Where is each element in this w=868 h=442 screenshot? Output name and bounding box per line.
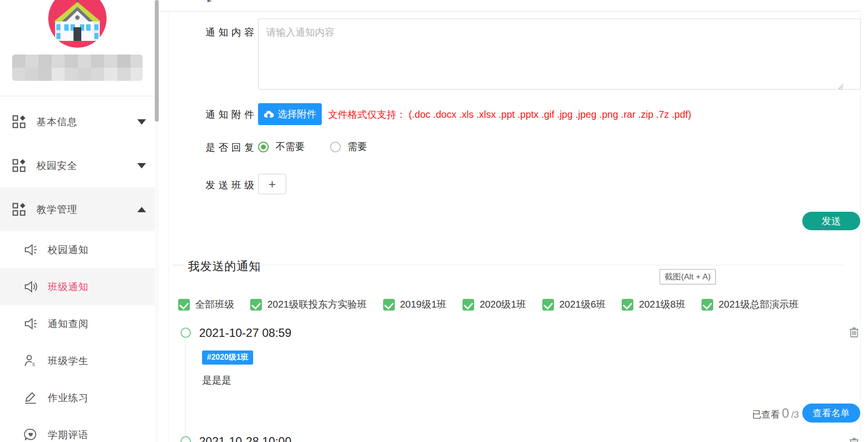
radio-no-reply[interactable] <box>258 142 269 152</box>
sidebar: 基本信息 校园安全 教学管理 <box>0 0 155 442</box>
menu-grid-icon <box>12 114 26 129</box>
checkbox-checked-icon[interactable] <box>542 299 554 311</box>
chevron-down-icon <box>137 119 146 125</box>
sent-section-title: 我发送的通知 <box>188 258 261 274</box>
screenshot-tooltip: 截图(Alt + A) <box>660 269 716 284</box>
filter-class[interactable]: 2021级总部演示班 <box>702 298 799 311</box>
sidebar-item-basic-info[interactable]: 基本信息 <box>0 100 155 144</box>
reply-options: 不需要 需要 <box>258 140 386 153</box>
megaphone-icon <box>23 316 38 331</box>
page: 基本信息 校园安全 教学管理 <box>0 0 868 442</box>
class-filters: 全部班级 2021级联投东方实验班 2019级1班 2020级1班 2021级6… <box>178 298 799 311</box>
sidebar-item-label: 班级通知 <box>48 280 89 294</box>
viewed-status: 已查看 0 /3 <box>694 406 799 421</box>
school-logo <box>48 0 107 48</box>
student-icon: s <box>23 353 38 368</box>
pencil-icon <box>23 390 38 405</box>
trash-icon <box>848 437 860 442</box>
notification-date: 2021-10-27 08:59 <box>199 326 292 340</box>
checkbox-checked-icon[interactable] <box>462 299 474 311</box>
notice-attachment-label: 通知附件 <box>205 108 254 121</box>
school-building-icon <box>48 0 107 48</box>
main-content: 通知内容 通知附件 选择附件 文件格式仅支持： (.doc .docx .xls… <box>159 0 868 442</box>
card-left-border <box>168 12 168 442</box>
filter-class[interactable]: 2021级6班 <box>542 298 606 311</box>
scrollbar-thumb[interactable] <box>155 0 159 122</box>
sidebar-item-label: 校园通知 <box>48 243 89 257</box>
sidebar-item-label: 校园安全 <box>37 159 77 172</box>
send-class-label: 发送班级 <box>205 179 254 192</box>
notice-content-input[interactable] <box>258 18 861 90</box>
radio-label[interactable]: 需要 <box>348 140 367 153</box>
filter-class[interactable]: 2021级联投东方实验班 <box>250 298 367 311</box>
sidebar-item-campus-notice[interactable]: 校园通知 <box>0 231 155 268</box>
checkbox-checked-icon[interactable] <box>383 299 395 311</box>
sidebar-item-label: 教学管理 <box>37 203 77 216</box>
section-divider-left <box>173 265 185 265</box>
notice-content-label: 通知内容 <box>205 26 254 39</box>
sidebar-item-label: 基本信息 <box>37 115 77 129</box>
trash-icon <box>848 326 860 338</box>
cursor-speck <box>207 0 211 2</box>
sidebar-item-label: 班级学生 <box>48 354 89 368</box>
sidebar-item-homework[interactable]: 作业练习 <box>0 379 155 416</box>
select-attachment-button[interactable]: 选择附件 <box>258 103 322 125</box>
attachment-format-hint: 文件格式仅支持： (.doc .docx .xls .xlsx .ppt .pp… <box>328 108 691 121</box>
notification-class-tag: #2020级1班 <box>202 350 253 365</box>
svg-text:s: s <box>32 361 35 368</box>
checkbox-checked-icon[interactable] <box>622 299 633 311</box>
sidebar-item-label: 学期评语 <box>48 428 89 442</box>
checkbox-checked-icon[interactable] <box>250 299 262 311</box>
sidebar-item-class-notice[interactable]: 班级通知 <box>0 268 155 305</box>
sidebar-item-class-students[interactable]: s 班级学生 <box>0 342 155 379</box>
add-class-button[interactable]: + <box>258 174 286 194</box>
notification-content: 是是是 <box>202 374 231 387</box>
cloud-upload-icon <box>263 109 274 120</box>
speaker-icon <box>23 279 38 294</box>
checkbox-checked-icon[interactable] <box>702 299 713 311</box>
delete-notification-button[interactable] <box>848 437 860 442</box>
megaphone-icon <box>23 242 38 257</box>
chevron-up-icon <box>137 207 146 212</box>
sidebar-item-label: 通知查阅 <box>48 317 89 331</box>
sidebar-item-label: 作业练习 <box>48 391 89 405</box>
checkbox-checked-icon[interactable] <box>178 299 190 311</box>
timeline-dot <box>181 436 191 442</box>
filter-class[interactable]: 2021级8班 <box>622 298 685 311</box>
radio-label[interactable]: 不需要 <box>276 140 305 153</box>
notification-date: 2021-10-28 10:00 <box>199 435 292 442</box>
chevron-down-icon <box>137 163 146 168</box>
timeline-line <box>185 340 185 436</box>
menu-grid-icon <box>12 158 26 173</box>
sidebar-item-notice-review[interactable]: 通知查阅 <box>0 305 155 342</box>
user-name-redacted <box>12 55 143 81</box>
timeline-dot <box>181 328 191 338</box>
sidebar-divider <box>0 96 155 96</box>
radio-need-reply[interactable] <box>330 142 341 152</box>
view-list-button[interactable]: 查看名单 <box>802 404 860 423</box>
send-button[interactable]: 发送 <box>802 212 860 230</box>
filter-all-classes[interactable]: 全部班级 <box>178 298 234 311</box>
menu-grid-icon <box>12 202 26 217</box>
sidebar-item-teaching-management[interactable]: 教学管理 <box>0 187 155 231</box>
filter-class[interactable]: 2020级1班 <box>462 298 526 311</box>
sidebar-item-campus-safety[interactable]: 校园安全 <box>0 144 155 187</box>
section-divider-right <box>254 265 844 265</box>
delete-notification-button[interactable] <box>848 326 860 340</box>
reply-label: 是否回复 <box>205 141 254 154</box>
filter-class[interactable]: 2019级1班 <box>383 298 447 311</box>
sidebar-item-semester-comments[interactable]: 学期评语 <box>0 416 155 442</box>
comment-heart-icon <box>23 427 38 442</box>
card-top-border <box>159 11 861 12</box>
